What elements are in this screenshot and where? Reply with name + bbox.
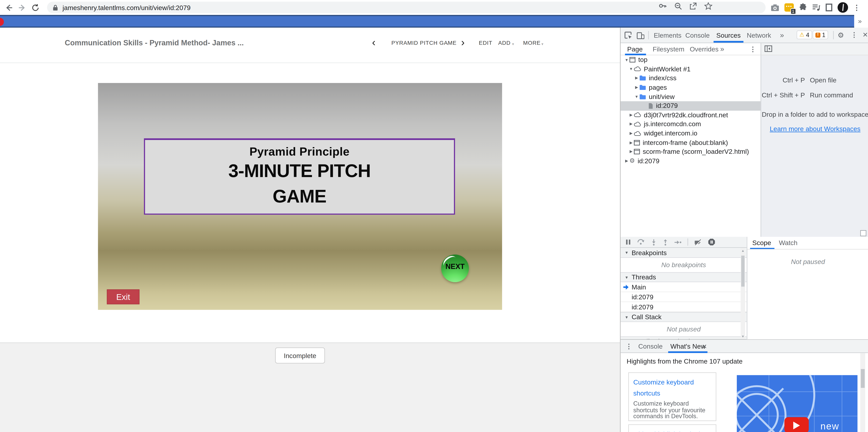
tree-item-scorm-frame[interactable]: ▶ scorm-frame (scorm_loaderV2.html) [621, 147, 761, 156]
step-into-icon[interactable] [651, 239, 656, 245]
breakpoints-section-header[interactable]: ▼ Breakpoints [621, 248, 747, 258]
drawer-tab-console[interactable]: Console [638, 340, 663, 353]
debugger-scrollbar[interactable]: ▲ ▼ [741, 248, 745, 339]
tab-elements[interactable]: Elements [654, 28, 681, 42]
playlist-icon[interactable] [812, 4, 820, 11]
tab-sources[interactable]: Sources [716, 28, 741, 42]
thread-id2079-2[interactable]: id:2079 [621, 302, 747, 312]
tree-item-id2079-selected[interactable]: id:2079 [621, 101, 761, 110]
tree-item-paintworklet[interactable]: ▼ PaintWorklet #1 [621, 64, 761, 74]
url-text[interactable]: jameshenry.talentlms.com/unit/view/id:20… [63, 4, 191, 11]
unit-selector[interactable]: PYRAMID PITCH GAME [392, 40, 457, 46]
tree-item-index-css[interactable]: ▶ index/css [621, 74, 761, 83]
bookmarks-overflow-icon[interactable]: » [858, 17, 862, 25]
tree-item-top[interactable]: ▼ top [621, 56, 761, 65]
navigator-menu-dots-icon[interactable]: ⋮ [749, 43, 756, 55]
forward-icon[interactable] [17, 3, 27, 13]
expanded-arrow-icon[interactable]: ▼ [624, 58, 629, 62]
collapse-navigator-icon[interactable] [765, 45, 772, 52]
devtools-gear-icon[interactable]: ⚙ [838, 31, 844, 39]
drawer-tab-close-icon[interactable]: ✕ [702, 343, 707, 350]
scroll-down-icon[interactable]: ▼ [741, 335, 745, 338]
thread-main[interactable]: Main [621, 282, 747, 292]
browser-menu-dots-icon[interactable]: ⋮ [853, 3, 860, 12]
inspect-icon[interactable] [623, 30, 633, 40]
call-stack-section-header[interactable]: ▼ Call Stack [621, 312, 747, 322]
play-button-icon[interactable] [784, 417, 809, 432]
reload-icon[interactable] [30, 3, 40, 13]
pretty-print-icon[interactable] [860, 230, 866, 236]
step-icon[interactable] [674, 239, 681, 245]
tree-item-unit-view[interactable]: ▼ unit/view [621, 92, 761, 101]
share-icon[interactable] [689, 2, 697, 10]
collapsed-arrow-icon[interactable]: ▶ [628, 140, 634, 145]
tree-item-id2079-worker[interactable]: ▶ ⚙ id:2079 [621, 156, 761, 166]
omnibox[interactable]: jameshenry.talentlms.com/unit/view/id:20… [47, 2, 766, 13]
extension-pin-icon[interactable]: ••• 1 [784, 3, 794, 12]
tree-item-intercom-frame[interactable]: ▶ intercom-frame (about:blank) [621, 138, 761, 147]
thread-id2079-1[interactable]: id:2079 [621, 292, 747, 302]
tab-watch[interactable]: Watch [779, 237, 797, 248]
prev-unit-icon[interactable]: ‹ [372, 37, 376, 47]
collapsed-arrow-icon[interactable]: ▶ [628, 131, 634, 135]
more-button[interactable]: MORE [523, 40, 541, 46]
subtab-filesystem[interactable]: Filesystem [653, 43, 684, 55]
camera-icon[interactable] [771, 4, 779, 11]
devtools-close-icon[interactable]: ✕ [863, 31, 868, 39]
tab-console[interactable]: Console [685, 28, 710, 42]
scrollbar-thumb[interactable] [741, 256, 745, 287]
puzzle-icon[interactable] [799, 3, 807, 12]
errors-badge[interactable]: ! 1 [812, 30, 828, 39]
devtools-menu-dots-icon[interactable]: ⋮ [851, 31, 858, 39]
key-icon[interactable] [659, 2, 667, 9]
more-caret-icon[interactable]: ▾ [541, 42, 543, 46]
collapsed-arrow-icon[interactable]: ▶ [628, 122, 634, 126]
star-icon[interactable] [704, 2, 712, 10]
next-unit-icon[interactable]: › [461, 37, 465, 47]
pause-on-exceptions-icon[interactable] [708, 238, 715, 245]
next-button[interactable]: NEXT [441, 255, 469, 282]
scroll-up-icon[interactable]: ▲ [741, 249, 745, 253]
collapsed-arrow-icon[interactable]: ▶ [634, 76, 639, 80]
tree-item-widget-intercom[interactable]: ▶ widget.intercom.io [621, 129, 761, 138]
add-caret-icon[interactable]: ▾ [512, 42, 514, 46]
collapsed-arrow-icon[interactable]: ▶ [624, 159, 629, 163]
card-1-link[interactable]: Customize keyboard shortcuts [633, 377, 711, 399]
zoom-out-icon[interactable] [674, 2, 682, 10]
subtabs-more-icon[interactable]: » [720, 43, 724, 55]
threads-section-header[interactable]: ▼ Threads [621, 272, 747, 283]
avatar[interactable] [838, 2, 848, 12]
tab-network[interactable]: Network [747, 28, 771, 42]
back-icon[interactable] [4, 3, 14, 13]
card-2-link[interactable]: Object highlighting in the [633, 429, 711, 432]
pause-icon[interactable] [625, 239, 631, 245]
expanded-arrow-icon[interactable]: ▼ [634, 95, 639, 99]
drawer-scrollbar-thumb[interactable] [861, 369, 865, 388]
subtab-page[interactable]: Page [627, 43, 643, 55]
tree-item-cloudfront[interactable]: ▶ d3j0t7vrtr92dk.cloudfront.net [621, 110, 761, 120]
drawer-tab-whats-new[interactable]: What's New [670, 340, 706, 353]
deactivate-breakpoints-icon[interactable] [694, 239, 702, 245]
unit-selector-caret-icon[interactable]: ▾ [447, 42, 449, 46]
tree-item-intercomcdn[interactable]: ▶ js.intercomcdn.com [621, 120, 761, 129]
status-button[interactable]: Incomplete [275, 347, 325, 363]
collapsed-arrow-icon[interactable]: ▶ [628, 149, 634, 154]
device-toolbar-icon[interactable] [636, 30, 646, 40]
workspaces-learn-more-link[interactable]: Learn more about Workspaces [761, 125, 868, 133]
collapsed-arrow-icon[interactable]: ▶ [634, 85, 639, 90]
more-tabs-icon[interactable]: » [780, 28, 784, 42]
xhr-breakpoints-section-header[interactable]: ▶ XHR/fetch Breakpoints [621, 336, 747, 339]
edit-button[interactable]: EDIT [479, 40, 492, 46]
add-button[interactable]: ADD [498, 40, 511, 46]
expanded-arrow-icon[interactable]: ▼ [628, 67, 634, 71]
collapsed-arrow-icon[interactable]: ▶ [628, 113, 634, 117]
drawer-menu-dots-icon[interactable]: ⋮ [625, 342, 632, 350]
tree-item-pages[interactable]: ▶ pages [621, 83, 761, 92]
whats-new-video-thumbnail[interactable]: new [737, 375, 858, 432]
exit-button[interactable]: Exit [107, 290, 140, 304]
step-over-icon[interactable] [637, 239, 645, 245]
reader-icon[interactable] [826, 3, 833, 12]
tab-scope[interactable]: Scope [752, 237, 771, 248]
whats-new-card-2[interactable]: Object highlighting in the [628, 424, 716, 432]
whats-new-card-1[interactable]: Customize keyboard shortcuts Customize k… [628, 372, 716, 421]
